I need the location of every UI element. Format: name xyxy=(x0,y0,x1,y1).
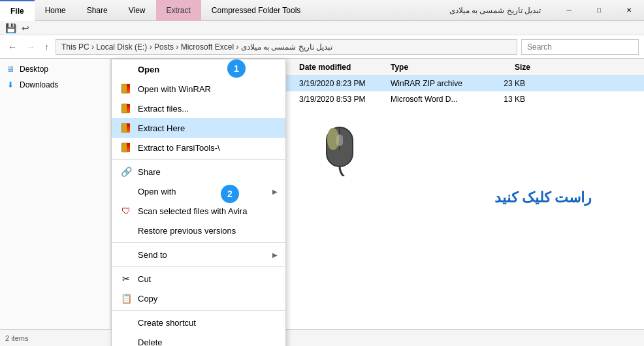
menu-cut[interactable]: ✂ Cut xyxy=(112,269,285,289)
extract-to-icon xyxy=(120,141,133,154)
annotation-2: 2 xyxy=(221,185,239,203)
file-date-2: 3/19/2020 8:53 PM xyxy=(294,95,385,104)
address-bar: ← → ↑ This PC › Local Disk (E:) › Posts … xyxy=(0,35,644,59)
col-header-date[interactable]: Date modified xyxy=(294,63,385,72)
svg-rect-11 xyxy=(127,143,130,152)
window-controls: ─ □ ✕ xyxy=(554,0,644,21)
sidebar-label-downloads: Downloads xyxy=(20,80,58,89)
sidebar-label-desktop: Desktop xyxy=(20,65,48,74)
svg-rect-16 xyxy=(327,128,339,150)
close-button[interactable]: ✕ xyxy=(614,0,644,21)
svg-rect-5 xyxy=(127,84,130,93)
menu-open[interactable]: Open xyxy=(112,59,285,79)
tab-file[interactable]: File xyxy=(0,0,35,21)
menu-extract-to[interactable]: Extract to FarsiTools-\ xyxy=(112,138,285,157)
separator-2 xyxy=(112,242,285,243)
menu-create-shortcut[interactable]: Create shortcut xyxy=(112,313,285,332)
file-size-1: 23 KB xyxy=(483,79,536,88)
col-header-size[interactable]: Size xyxy=(483,63,536,72)
menu-cut-label: Cut xyxy=(138,274,151,284)
forward-button[interactable]: → xyxy=(24,40,38,54)
window-title: تبدیل تاریخ شمسی به میلادی xyxy=(449,6,541,15)
menu-scan-avira-label: Scan selected files with Avira xyxy=(138,206,247,216)
quick-save-btn[interactable]: 💾 xyxy=(3,22,19,35)
menu-open-winrar[interactable]: Open with WinRAR xyxy=(112,79,285,99)
tab-home[interactable]: Home xyxy=(35,0,76,21)
sidebar-item-desktop[interactable]: 🖥 Desktop xyxy=(0,61,110,77)
tab-share[interactable]: Share xyxy=(76,0,118,21)
menu-delete[interactable]: Delete xyxy=(112,332,285,346)
menu-extract-here-label: Extract Here xyxy=(138,123,185,133)
context-menu: Open Open with WinRAR xyxy=(111,59,286,346)
menu-restore-versions[interactable]: Restore previous versions xyxy=(112,221,285,240)
status-bar: 2 items xyxy=(0,329,644,346)
separator-3 xyxy=(112,266,285,267)
back-button[interactable]: ← xyxy=(5,40,20,54)
title-bar: File Home Share View Extract Compressed … xyxy=(0,0,644,21)
file-type-2: Microsoft Word D... xyxy=(385,95,483,104)
menu-copy[interactable]: 📋 Copy xyxy=(112,289,285,308)
menu-restore-label: Restore previous versions xyxy=(138,226,236,236)
file-date-1: 3/19/2020 8:23 PM xyxy=(294,79,385,88)
tab-compressed[interactable]: Compressed Folder Tools xyxy=(201,0,312,21)
delete-icon xyxy=(120,336,133,346)
tab-extract[interactable]: Extract xyxy=(156,0,201,21)
minimize-button[interactable]: ─ xyxy=(554,0,584,21)
menu-share[interactable]: 🔗 Share xyxy=(112,162,285,181)
sidebar-item-downloads[interactable]: ⬇ Downloads xyxy=(0,77,110,93)
sidebar: 🖥 Desktop ⬇ Downloads xyxy=(0,59,111,329)
menu-scan-avira[interactable]: 🛡 Scan selected files with Avira xyxy=(112,201,285,221)
svg-rect-9 xyxy=(127,123,130,133)
annotation-1: 1 xyxy=(227,59,246,78)
menu-open-winrar-label: Open with WinRAR xyxy=(138,84,211,94)
path-text: This PC › Local Disk (E:) › Posts › Micr… xyxy=(61,42,332,52)
separator-4 xyxy=(112,310,285,311)
avira-icon: 🛡 xyxy=(120,204,133,217)
copy-icon: 📋 xyxy=(120,292,133,305)
file-type-1: WinRAR ZIP archive xyxy=(385,79,483,88)
menu-extract-here[interactable]: Extract Here xyxy=(112,118,285,138)
main-area: 🖥 Desktop ⬇ Downloads Name Date modified… xyxy=(0,59,644,329)
separator-1 xyxy=(112,159,285,160)
status-text: 2 items xyxy=(5,334,28,342)
file-list: Name Date modified Type Size FarsiTools-… xyxy=(111,59,644,329)
address-path[interactable]: This PC › Local Disk (E:) › Posts › Micr… xyxy=(56,39,517,55)
shortcut-icon xyxy=(120,316,133,329)
cut-icon: ✂ xyxy=(120,272,133,285)
open-icon xyxy=(120,63,133,76)
rtl-instruction-text: راست کلیک کنید xyxy=(494,189,592,206)
menu-extract-files-label: Extract files... xyxy=(138,104,189,114)
winrar-icon xyxy=(120,82,133,95)
svg-rect-7 xyxy=(127,104,130,113)
col-header-type[interactable]: Type xyxy=(385,63,483,72)
extract-here-icon xyxy=(120,121,133,134)
open-with-icon xyxy=(120,185,133,198)
quick-access-toolbar: 💾 ↩ xyxy=(0,21,644,35)
mouse-cursor-icon xyxy=(320,124,359,178)
tab-view[interactable]: View xyxy=(118,0,156,21)
menu-send-to[interactable]: Send to ▶ xyxy=(112,245,285,264)
menu-copy-label: Copy xyxy=(138,294,157,304)
maximize-button[interactable]: □ xyxy=(584,0,614,21)
downloads-icon: ⬇ xyxy=(5,80,16,90)
send-to-arrow: ▶ xyxy=(272,251,278,259)
share-icon: 🔗 xyxy=(120,165,133,178)
restore-icon xyxy=(120,224,133,237)
menu-extract-to-label: Extract to FarsiTools-\ xyxy=(138,143,220,153)
menu-open-with-label: Open with xyxy=(138,187,176,197)
file-size-2: 13 KB xyxy=(483,95,536,104)
menu-extract-files[interactable]: Extract files... xyxy=(112,99,285,118)
search-input[interactable] xyxy=(521,39,639,55)
extract-files-icon xyxy=(120,102,133,115)
menu-delete-label: Delete xyxy=(138,338,163,347)
menu-open-label: Open xyxy=(138,65,159,74)
menu-share-label: Share xyxy=(138,167,161,177)
quick-undo-btn[interactable]: ↩ xyxy=(19,22,32,35)
open-with-arrow: ▶ xyxy=(272,188,278,195)
up-button[interactable]: ↑ xyxy=(42,40,52,54)
ribbon-tabs: File Home Share View Extract Compressed … xyxy=(0,0,311,21)
menu-open-with[interactable]: Open with ▶ xyxy=(112,181,285,201)
menu-create-shortcut-label: Create shortcut xyxy=(138,318,196,328)
desktop-icon: 🖥 xyxy=(5,64,16,74)
send-to-icon xyxy=(120,248,133,261)
